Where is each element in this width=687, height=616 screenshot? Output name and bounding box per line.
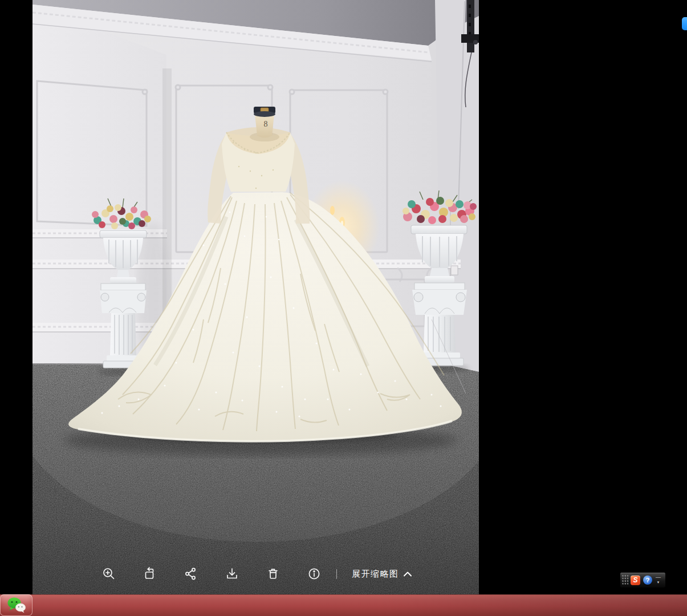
ime-toolbar: S ? — ▼ — [620, 572, 666, 588]
toolbar-divider: | — [336, 569, 337, 579]
ime-minimize-button[interactable]: — — [656, 576, 661, 579]
docked-window-tab[interactable] — [682, 17, 687, 30]
delete-button[interactable] — [266, 567, 280, 581]
mannequin-size-label: 8 — [264, 120, 268, 128]
expand-thumbnails-label: 展开缩略图 — [352, 569, 399, 579]
ime-menu-arrow[interactable]: ▼ — [657, 581, 660, 584]
sogou-logo-icon[interactable]: S — [631, 576, 640, 585]
magnifier-plus-icon — [102, 567, 116, 581]
share-nodes-icon — [184, 567, 198, 581]
info-button[interactable] — [307, 567, 321, 581]
wall-outlet — [451, 266, 458, 275]
bridal-showroom-photo: 8 — [32, 0, 479, 594]
trash-icon — [266, 567, 280, 581]
download-icon — [225, 567, 239, 581]
ime-drag-handle[interactable] — [622, 575, 629, 585]
photo[interactable]: 8 — [32, 0, 479, 594]
rotate-button[interactable] — [143, 567, 157, 581]
wechat-icon — [6, 597, 27, 614]
download-button[interactable] — [225, 567, 239, 581]
taskbar: ▲ — [0, 594, 687, 616]
expand-thumbnails-button[interactable]: 展开缩略图 — [352, 569, 412, 579]
chevron-up-icon — [404, 572, 412, 577]
viewer-toolbar: | 展开缩略图 — [32, 560, 479, 587]
rotate-icon — [143, 567, 157, 581]
share-button[interactable] — [184, 567, 198, 581]
info-circle-icon — [307, 567, 321, 581]
wechat-taskbar-button[interactable] — [0, 594, 32, 616]
zoom-in-button[interactable] — [102, 567, 116, 581]
ime-help-icon[interactable]: ? — [643, 576, 652, 585]
photo-viewer-app: 8 — [0, 0, 687, 616]
